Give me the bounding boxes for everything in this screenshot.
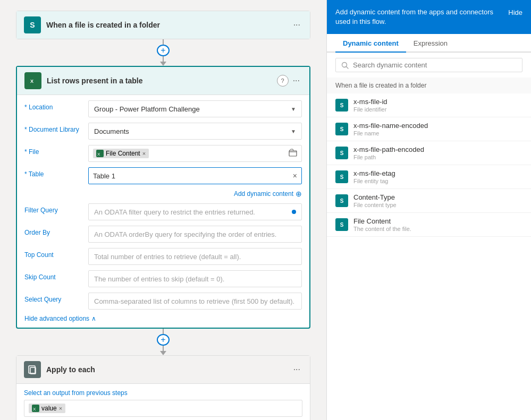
filter-query-control: An ODATA filter query to restrict the en… — [88, 203, 302, 220]
search-box[interactable] — [335, 58, 522, 72]
list-rows-title: List rows present in a table — [47, 76, 277, 85]
hide-advanced-button[interactable]: Hide advanced options ∧ — [24, 315, 302, 322]
table-input[interactable]: Table 1 × — [88, 167, 302, 184]
panel-item[interactable]: S File Content The content of the file. — [327, 213, 531, 237]
add-dynamic-link[interactable]: Add dynamic content ⊕ — [24, 190, 302, 198]
file-tag-icon: X — [96, 150, 104, 157]
select-query-row: Select Query Comma-separated list of col… — [24, 293, 302, 310]
trigger-title: When a file is created in a folder — [46, 21, 291, 29]
location-value: Group - Power Platform Challenge — [94, 105, 200, 113]
svg-rect-4 — [29, 366, 35, 373]
file-control: X File Content × — [88, 145, 302, 162]
connector-2: + — [16, 329, 310, 355]
file-folder-icon[interactable] — [289, 149, 297, 159]
add-step-button-2[interactable]: + — [157, 334, 170, 346]
doclib-value: Documents — [94, 127, 129, 135]
tab-dynamic-content[interactable]: Dynamic content — [335, 34, 406, 53]
file-row: File X File Content × — [24, 145, 302, 162]
order-by-placeholder: An ODATA orderBy query for specifying th… — [94, 230, 276, 238]
filter-query-dot — [292, 210, 296, 214]
panel-item-icon: S — [335, 147, 348, 159]
add-dynamic-label: Add dynamic content — [234, 190, 293, 198]
list-rows-actions: ? ··· — [277, 75, 302, 87]
value-tag: X value × — [29, 404, 65, 413]
table-row-field: Table Table 1 × — [24, 167, 302, 184]
panel-item[interactable]: S x-ms-file-id File identifier — [327, 93, 531, 117]
location-arrow-icon: ▼ — [291, 106, 296, 112]
select-query-control: Comma-separated list of columns to retri… — [88, 293, 302, 310]
order-by-row: Order By An ODATA orderBy query for spec… — [24, 226, 302, 243]
panel-item-desc: File entity tag — [353, 178, 395, 184]
panel-items-list: S x-ms-file-id File identifier S x-ms-fi… — [327, 93, 531, 237]
panel-item[interactable]: S x-ms-file-etag File entity tag — [327, 165, 531, 189]
panel-item[interactable]: S x-ms-file-path-encoded File path — [327, 141, 531, 165]
list-rows-card: X List rows present in a table ? ··· Loc… — [16, 66, 310, 329]
panel-item-text: Content-Type File content type — [353, 193, 397, 208]
apply-more-button[interactable]: ··· — [291, 365, 302, 374]
skip-count-label: Skip Count — [24, 270, 88, 281]
panel-item-icon: S — [335, 170, 348, 183]
list-rows-more-button[interactable]: ··· — [291, 76, 302, 85]
value-tag-label: value — [41, 405, 57, 412]
panel-item-icon: S — [335, 99, 348, 112]
panel-item-desc: The content of the file. — [353, 226, 411, 232]
output-steps-label: Select an output from previous steps — [24, 389, 302, 397]
connector-line-top-2 — [163, 329, 164, 334]
file-input[interactable]: X File Content × — [88, 145, 302, 162]
filter-query-placeholder: An ODATA filter query to restrict the en… — [94, 208, 255, 216]
panel-item-name: Content-Type — [353, 193, 397, 201]
excel-icon: X — [24, 72, 41, 89]
location-dropdown[interactable]: Group - Power Platform Challenge ▼ — [88, 100, 302, 117]
panel-item-text: x-ms-file-id File identifier — [353, 98, 387, 113]
panel-item-name: x-ms-file-id — [353, 98, 387, 106]
order-by-input[interactable]: An ODATA orderBy query for specifying th… — [88, 226, 302, 243]
svg-text:X: X — [30, 79, 33, 84]
panel-item[interactable]: S x-ms-file-name-encoded File name — [327, 117, 531, 141]
connector-1: + — [16, 39, 310, 66]
filter-query-label: Filter Query — [24, 203, 88, 214]
panel-header-text: Add dynamic content from the apps and co… — [335, 7, 503, 27]
file-tag-close[interactable]: × — [142, 150, 146, 157]
top-count-label: Top Count — [24, 248, 88, 259]
select-query-input[interactable]: Comma-separated list of columns to retri… — [88, 293, 302, 310]
select-query-label: Select Query — [24, 293, 88, 303]
output-tag-control[interactable]: X value × — [24, 400, 302, 417]
panel-item-name: x-ms-file-etag — [353, 169, 395, 177]
panel-item-icon: S — [335, 194, 348, 207]
panel-item-icon: S — [335, 123, 348, 135]
trigger-more-button[interactable]: ··· — [291, 20, 302, 30]
doclib-dropdown[interactable]: Documents ▼ — [88, 123, 302, 140]
panel-item-desc: File path — [353, 154, 424, 160]
skip-count-placeholder: The number of entries to skip (default =… — [94, 275, 224, 283]
doclib-row: Document Library Documents ▼ — [24, 123, 302, 140]
table-value: Table 1 — [93, 172, 115, 180]
top-count-input[interactable]: Total number of entries to retrieve (def… — [88, 248, 302, 265]
panel-item-text: File Content The content of the file. — [353, 217, 411, 232]
add-step-button-1[interactable]: + — [157, 45, 170, 56]
trigger-header: S When a file is created in a folder ··· — [16, 11, 310, 39]
tab-expression[interactable]: Expression — [406, 34, 455, 53]
apply-to-each-card: Apply to each ··· Select an output from … — [16, 355, 310, 420]
connector-arrow-1 — [160, 62, 166, 66]
filter-query-input[interactable]: An ODATA filter query to restrict the en… — [88, 203, 302, 220]
panel-item-text: x-ms-file-etag File entity tag — [353, 169, 395, 184]
panel-item-desc: File identifier — [353, 106, 387, 113]
panel-item[interactable]: S Content-Type File content type — [327, 189, 531, 213]
connector-line-bottom-2 — [163, 346, 164, 351]
order-by-label: Order By — [24, 226, 88, 236]
panel-item-text: x-ms-file-name-encoded File name — [353, 122, 428, 136]
value-tag-close[interactable]: × — [59, 405, 62, 412]
skip-count-input[interactable]: The number of entries to skip (default =… — [88, 270, 302, 287]
list-rows-help-button[interactable]: ? — [277, 75, 289, 87]
panel-hide-button[interactable]: Hide — [508, 7, 522, 16]
trigger-actions: ··· — [291, 20, 302, 30]
table-clear-icon[interactable]: × — [293, 172, 297, 180]
connector-line-top — [163, 39, 164, 45]
value-tag-icon: X — [32, 405, 39, 412]
top-count-placeholder: Total number of entries to retrieve (def… — [94, 253, 241, 261]
dynamic-content-panel: Add dynamic content from the apps and co… — [326, 0, 531, 420]
apply-body: Select an output from previous steps X v… — [16, 384, 310, 420]
apply-icon — [24, 361, 41, 378]
table-label: Table — [24, 167, 88, 178]
search-input[interactable] — [353, 61, 517, 69]
